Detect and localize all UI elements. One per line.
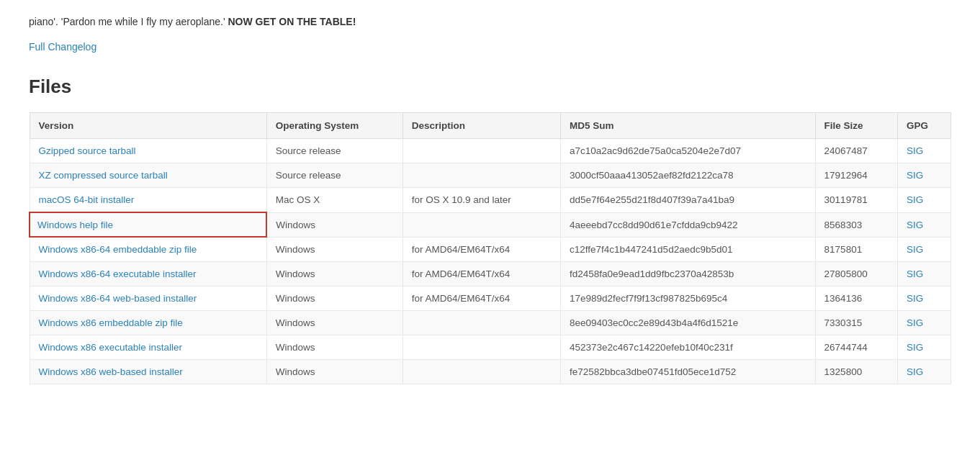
gpg-cell: SIG [897,335,950,360]
md5-cell: c12ffe7f4c1b447241d5d2aedc9b5d01 [561,237,816,262]
description-cell [403,163,560,188]
version-link[interactable]: Windows help file [37,220,113,230]
description-cell: for AMD64/EM64T/x64 [403,286,560,311]
md5-cell: a7c10a2ac9d62de75a0ca5204e2e7d07 [561,139,816,163]
table-row: Windows x86-64 web-based installerWindow… [30,286,951,311]
col-md5: MD5 Sum [561,113,816,139]
sig-link[interactable]: SIG [907,244,923,255]
os-cell: Windows [266,286,403,311]
description-cell: for OS X 10.9 and later [403,188,560,213]
filesize-cell: 8175801 [815,237,897,262]
description-cell: for AMD64/EM64T/x64 [403,237,560,262]
version-link[interactable]: Windows x86 web-based installer [39,366,183,377]
filesize-cell: 8568303 [815,212,897,237]
col-version: Version [30,113,266,139]
version-link[interactable]: Windows x86 executable installer [39,342,183,353]
os-cell: Mac OS X [266,188,403,213]
md5-cell: 452373e2c467c14220efeb10f40c231f [561,335,816,360]
gpg-cell: SIG [897,188,950,213]
sig-link[interactable]: SIG [907,220,923,230]
md5-cell: 17e989d2fecf7f9f13cf987825b695c4 [561,286,816,311]
description-cell: for AMD64/EM64T/x64 [403,262,560,286]
changelog-link[interactable]: Full Changelog [29,41,96,53]
col-gpg: GPG [897,113,950,139]
os-cell: Windows [266,311,403,335]
col-filesize: File Size [815,113,897,139]
version-link[interactable]: Windows x86-64 executable installer [39,268,197,279]
md5-cell: fe72582bbca3dbe07451fd05ece1d752 [561,360,816,384]
table-row: XZ compressed source tarballSource relea… [30,163,951,188]
description-cell [403,360,560,384]
description-cell [403,212,560,237]
filesize-cell: 7330315 [815,311,897,335]
gpg-cell: SIG [897,163,950,188]
col-description: Description [403,113,560,139]
sig-link[interactable]: SIG [907,268,923,279]
os-cell: Windows [266,212,403,237]
version-link[interactable]: macOS 64-bit installer [39,194,135,205]
version-link[interactable]: Windows x86 embeddable zip file [39,317,183,328]
md5-cell: 8ee09403ec0cc2e89d43b4a4f6d1521e [561,311,816,335]
gpg-cell: SIG [897,286,950,311]
sig-link[interactable]: SIG [907,366,923,377]
sig-link[interactable]: SIG [907,194,923,205]
gpg-cell: SIG [897,139,950,163]
os-cell: Windows [266,237,403,262]
bold-text: NOW GET ON THE TABLE! [228,16,356,27]
version-link[interactable]: XZ compressed source tarball [39,170,168,181]
gpg-cell: SIG [897,237,950,262]
version-link[interactable]: Windows x86-64 embeddable zip file [39,244,197,255]
table-row: Windows x86 executable installerWindows4… [30,335,951,360]
files-table: Version Operating System Description MD5… [29,112,951,384]
quote-text: piano'. 'Pardon me while I fly my aeropl… [29,16,225,27]
md5-cell: 4aeeebd7cc8dd90d61e7cfdda9cb9422 [561,212,816,237]
table-header-row: Version Operating System Description MD5… [30,113,951,139]
table-row: Windows x86-64 executable installerWindo… [30,262,951,286]
sig-link[interactable]: SIG [907,293,923,304]
description-cell [403,139,560,163]
filesize-cell: 1325800 [815,360,897,384]
filesize-cell: 17912964 [815,163,897,188]
os-cell: Windows [266,335,403,360]
os-cell: Windows [266,360,403,384]
filesize-cell: 24067487 [815,139,897,163]
os-cell: Source release [266,139,403,163]
gpg-cell: SIG [897,360,950,384]
description-cell [403,311,560,335]
table-row: macOS 64-bit installerMac OS Xfor OS X 1… [30,188,951,213]
os-cell: Source release [266,163,403,188]
md5-cell: 3000cf50aaa413052aef82fd2122ca78 [561,163,816,188]
table-row: Windows x86 web-based installerWindowsfe… [30,360,951,384]
filesize-cell: 26744744 [815,335,897,360]
sig-link[interactable]: SIG [907,317,923,328]
table-row: Windows x86-64 embeddable zip fileWindow… [30,237,951,262]
filesize-cell: 27805800 [815,262,897,286]
md5-cell: dd5e7f64e255d21f8d407f39a7a41ba9 [561,188,816,213]
description-cell [403,335,560,360]
sig-link[interactable]: SIG [907,170,923,181]
col-os: Operating System [266,113,403,139]
gpg-cell: SIG [897,311,950,335]
md5-cell: fd2458fa0e9ead1dd9fbc2370a42853b [561,262,816,286]
filesize-cell: 1364136 [815,286,897,311]
gpg-cell: SIG [897,212,950,237]
sig-link[interactable]: SIG [907,342,923,353]
table-row: Windows x86 embeddable zip fileWindows8e… [30,311,951,335]
version-link[interactable]: Windows x86-64 web-based installer [39,293,197,304]
table-row: Gzipped source tarballSource releasea7c1… [30,139,951,163]
table-row: Windows help fileWindows4aeeebd7cc8dd90d… [30,212,951,237]
filesize-cell: 30119781 [815,188,897,213]
gpg-cell: SIG [897,262,950,286]
sig-link[interactable]: SIG [907,145,923,156]
os-cell: Windows [266,262,403,286]
top-text: piano'. 'Pardon me while I fly my aeropl… [29,14,951,30]
files-section-title: Files [29,76,951,98]
version-link[interactable]: Gzipped source tarball [39,145,136,156]
